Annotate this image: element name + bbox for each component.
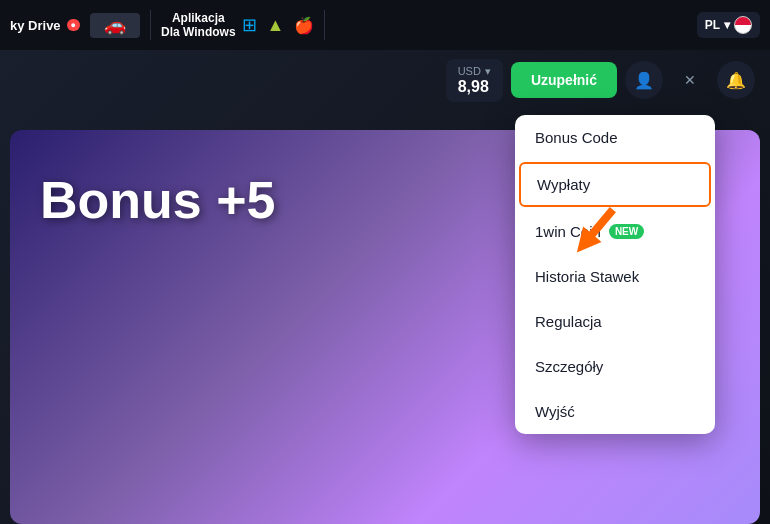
car-icon: 🚗 <box>90 13 140 38</box>
app-section: Aplikacja Dla Windows ⊞ <box>161 11 257 39</box>
balance-amount: 8,98 <box>458 78 489 96</box>
apple-icon[interactable]: 🍎 <box>294 16 314 35</box>
menu-item-label: Historia Stawek <box>535 268 639 285</box>
menu-item-label: Wyjść <box>535 403 575 420</box>
menu-item-wyjść[interactable]: Wyjść <box>515 389 715 434</box>
notification-button[interactable]: 🔔 <box>717 61 755 99</box>
currency-chevron: ▾ <box>485 65 491 78</box>
currency-label: USD <box>458 65 481 77</box>
topbar: ky Drive ● 🚗 Aplikacja Dla Windows ⊞ ▲ 🍎… <box>0 0 770 50</box>
menu-item-regulacja[interactable]: Regulacja <box>515 299 715 344</box>
currency-selector[interactable]: USD ▾ <box>458 65 491 78</box>
brand-area: ky Drive ● <box>10 18 80 33</box>
account-bar: USD ▾ 8,98 Uzupełnić 👤 ✕ 🔔 <box>431 50 770 110</box>
topup-button[interactable]: Uzupełnić <box>511 62 617 98</box>
live-badge: ● <box>67 19 80 31</box>
windows-icon[interactable]: ⊞ <box>242 14 257 36</box>
language-selector[interactable]: PL ▾ <box>697 12 760 38</box>
banner-text: Bonus +5 <box>40 170 276 230</box>
divider-2 <box>324 10 325 40</box>
close-icon: ✕ <box>684 72 696 88</box>
balance-box: USD ▾ 8,98 <box>446 59 503 102</box>
menu-item-label: Bonus Code <box>535 129 618 146</box>
menu-item-szczegóły[interactable]: Szczegóły <box>515 344 715 389</box>
brand-text: ky Drive <box>10 18 61 33</box>
user-icon: 👤 <box>634 71 654 90</box>
arrow-pointer <box>560 185 640 265</box>
bell-icon: 🔔 <box>726 71 746 90</box>
chevron-down-icon: ▾ <box>724 18 730 32</box>
divider-1 <box>150 10 151 40</box>
flag-icon <box>734 16 752 34</box>
close-button[interactable]: ✕ <box>671 61 709 99</box>
lang-label: PL <box>705 18 720 32</box>
menu-item-bonus-code[interactable]: Bonus Code <box>515 115 715 160</box>
menu-item-label: Regulacja <box>535 313 602 330</box>
app-subtitle: Dla Windows <box>161 25 236 39</box>
user-dropdown-menu: Bonus CodeWypłaty1win CoinNEWHistoria St… <box>515 115 715 434</box>
svg-marker-0 <box>568 202 622 260</box>
app-title: Aplikacja <box>161 11 236 25</box>
app-label: Aplikacja Dla Windows <box>161 11 236 39</box>
android-icon[interactable]: ▲ <box>267 15 285 36</box>
menu-item-label: Szczegóły <box>535 358 603 375</box>
user-button[interactable]: 👤 <box>625 61 663 99</box>
